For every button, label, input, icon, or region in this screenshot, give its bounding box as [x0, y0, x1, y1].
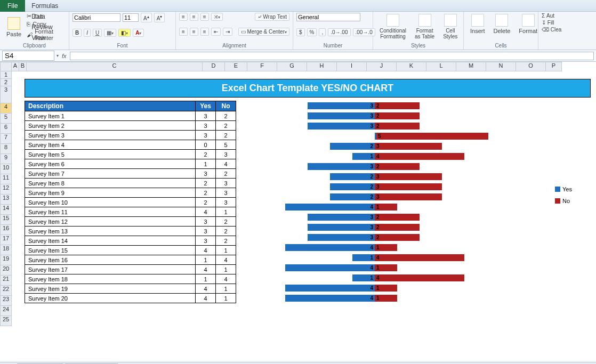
- cell-description[interactable]: Survey Item 4: [25, 140, 196, 150]
- decrease-indent-button[interactable]: ⇤: [211, 28, 221, 36]
- cell-description[interactable]: Survey Item 2: [25, 121, 196, 131]
- row-header-8[interactable]: 8: [0, 144, 12, 154]
- cell-no[interactable]: 4: [216, 255, 236, 265]
- cell-yes[interactable]: 3: [196, 236, 216, 246]
- table-row[interactable]: Survey Item 1741: [25, 265, 236, 274]
- column-header-G[interactable]: G: [277, 62, 307, 71]
- clear-button[interactable]: ⌫ Clea: [542, 27, 567, 33]
- cell-yes[interactable]: 3: [196, 217, 216, 227]
- cell-yes[interactable]: 3: [196, 121, 216, 131]
- column-header-A[interactable]: A: [12, 62, 19, 71]
- row-header-14[interactable]: 14: [0, 205, 12, 215]
- file-tab[interactable]: File: [0, 0, 25, 12]
- copy-button[interactable]: ⎘Copy: [27, 21, 66, 27]
- delete-cells-button[interactable]: Delete: [490, 13, 514, 35]
- cell-yes[interactable]: 1: [196, 255, 216, 265]
- row-header-22[interactable]: 22: [0, 286, 12, 296]
- row-header-9[interactable]: 9: [0, 154, 12, 164]
- cell-description[interactable]: Survey Item 20: [25, 294, 196, 303]
- cell-yes[interactable]: 3: [196, 227, 216, 236]
- table-row[interactable]: Survey Item 2041: [25, 294, 236, 303]
- cell-yes[interactable]: 3: [196, 169, 216, 179]
- row-header-16[interactable]: 16: [0, 225, 12, 235]
- sheet-area[interactable]: Excel Chart Template YES/NO CHART Descri…: [12, 71, 596, 362]
- merge-center-button[interactable]: ▭ Merge & Center▾: [238, 28, 289, 36]
- cell-no[interactable]: 3: [216, 198, 236, 207]
- cell-description[interactable]: Survey Item 5: [25, 150, 196, 159]
- increase-decimal-button[interactable]: .0→.00: [328, 28, 350, 36]
- cell-yes[interactable]: 4: [196, 284, 216, 294]
- cell-yes[interactable]: 4: [196, 265, 216, 274]
- column-header-O[interactable]: O: [516, 62, 546, 71]
- table-row[interactable]: Survey Item 523: [25, 150, 236, 159]
- percent-button[interactable]: %: [307, 28, 317, 36]
- cell-no[interactable]: 1: [216, 246, 236, 255]
- format-cells-button[interactable]: Format: [516, 13, 541, 35]
- row-header-3[interactable]: 3: [0, 86, 12, 103]
- row-header-10[interactable]: 10: [0, 164, 12, 174]
- cell-no[interactable]: 5: [216, 140, 236, 150]
- row-header-18[interactable]: 18: [0, 245, 12, 255]
- table-row[interactable]: Survey Item 405: [25, 140, 236, 150]
- table-row[interactable]: Survey Item 614: [25, 159, 236, 169]
- align-center-button[interactable]: ≡: [190, 28, 198, 36]
- align-left-button[interactable]: ≡: [179, 28, 188, 36]
- cell-yes[interactable]: 0: [196, 140, 216, 150]
- cell-no[interactable]: 2: [216, 236, 236, 246]
- underline-button[interactable]: U: [93, 29, 102, 37]
- table-row[interactable]: Survey Item 132: [25, 111, 236, 121]
- row-header-15[interactable]: 15: [0, 215, 12, 225]
- currency-button[interactable]: $: [296, 28, 305, 36]
- table-row[interactable]: Survey Item 1232: [25, 217, 236, 227]
- wrap-text-button[interactable]: ⤶ Wrap Text: [255, 13, 289, 21]
- row-header-24[interactable]: 24: [0, 306, 12, 316]
- cell-yes[interactable]: 3: [196, 111, 216, 121]
- cell-styles-button[interactable]: Cell Styles: [440, 13, 461, 41]
- orientation-button[interactable]: ⤭▾: [211, 13, 223, 21]
- column-header-M[interactable]: M: [456, 62, 486, 71]
- cell-no[interactable]: 2: [216, 217, 236, 227]
- cell-no[interactable]: 3: [216, 150, 236, 159]
- column-header-E[interactable]: E: [225, 62, 247, 71]
- increase-font-button[interactable]: A▴: [141, 13, 152, 22]
- table-row[interactable]: Survey Item 732: [25, 169, 236, 179]
- cell-description[interactable]: Survey Item 7: [25, 169, 196, 179]
- cell-no[interactable]: 2: [216, 121, 236, 131]
- table-row[interactable]: Survey Item 1941: [25, 284, 236, 294]
- table-row[interactable]: Survey Item 1432: [25, 236, 236, 246]
- cell-yes[interactable]: 3: [196, 131, 216, 140]
- cell-description[interactable]: Survey Item 12: [25, 217, 196, 227]
- cell-no[interactable]: 2: [216, 111, 236, 121]
- column-header-B[interactable]: B: [19, 62, 27, 71]
- name-box[interactable]: [2, 51, 54, 61]
- fill-color-button[interactable]: ◧▾: [118, 29, 131, 37]
- table-row[interactable]: Survey Item 1541: [25, 246, 236, 255]
- table-row[interactable]: Survey Item 332: [25, 131, 236, 140]
- table-row[interactable]: Survey Item 1614: [25, 255, 236, 265]
- cell-yes[interactable]: 2: [196, 198, 216, 207]
- ribbon-tab-formulas[interactable]: Formulas: [25, 1, 74, 11]
- cell-description[interactable]: Survey Item 10: [25, 198, 196, 207]
- align-right-button[interactable]: ≡: [200, 28, 209, 36]
- align-top-button[interactable]: ≡: [179, 13, 188, 21]
- format-as-table-button[interactable]: Format as Table: [412, 13, 438, 41]
- cell-no[interactable]: 1: [216, 265, 236, 274]
- table-row[interactable]: Survey Item 1141: [25, 207, 236, 217]
- table-row[interactable]: Survey Item 1332: [25, 227, 236, 236]
- cell-yes[interactable]: 2: [196, 150, 216, 159]
- conditional-formatting-button[interactable]: Conditional Formatting: [376, 13, 409, 41]
- row-header-25[interactable]: 25: [0, 316, 12, 326]
- cell-no[interactable]: 1: [216, 207, 236, 217]
- cell-no[interactable]: 2: [216, 227, 236, 236]
- cell-description[interactable]: Survey Item 13: [25, 227, 196, 236]
- paste-button[interactable]: Paste: [3, 16, 25, 38]
- row-header-4[interactable]: 4: [0, 103, 12, 114]
- column-header-H[interactable]: H: [307, 62, 337, 71]
- row-header-5[interactable]: 5: [0, 114, 12, 124]
- format-painter-button[interactable]: 🖌Format Painter: [27, 28, 66, 41]
- cell-no[interactable]: 4: [216, 274, 236, 284]
- cell-description[interactable]: Survey Item 9: [25, 188, 196, 198]
- number-format-select[interactable]: [296, 13, 360, 21]
- cell-description[interactable]: Survey Item 6: [25, 159, 196, 169]
- column-header-C[interactable]: C: [27, 62, 203, 71]
